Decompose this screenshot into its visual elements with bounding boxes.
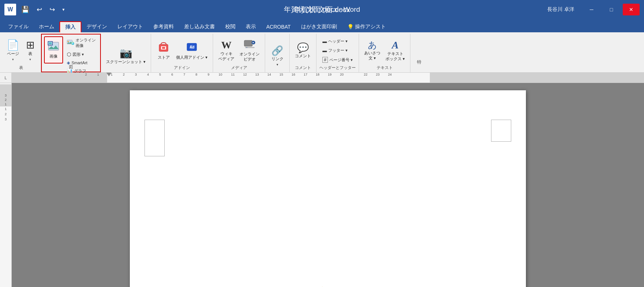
vertical-ruler: 3 2 1 1 2 3	[0, 83, 12, 287]
group-items-links: 🔗 リンク ▾	[268, 34, 286, 70]
ruler-num-22: 22	[364, 73, 367, 76]
tab-review[interactable]: 校閲	[220, 21, 241, 32]
personal-addin-icon: Ad	[186, 41, 197, 54]
svg-rect-4	[49, 42, 52, 44]
page-button[interactable]: 📄 ページ ▾	[4, 37, 22, 64]
ribbon-tabs: ファイル ホーム 挿入 デザイン レイアウト 参考資料 差し込み文書 校閲 表示…	[0, 19, 644, 32]
table-label: 表	[28, 51, 32, 56]
tab-home[interactable]: ホーム	[34, 21, 59, 32]
link-dropdown: ▾	[277, 63, 278, 66]
group-label-addins: アドイン	[154, 64, 210, 72]
store-button[interactable]: ストア	[154, 37, 173, 64]
ruler-num-24: 24	[388, 73, 392, 76]
group-header-footer: ▬ ヘッダー ▾ ▬ フッター ▾ # ページ番号 ▾ ヘッダーとフッター	[316, 34, 359, 72]
redo-button[interactable]: ↪	[47, 4, 57, 15]
online-image-button[interactable]: 🌐 オンライン画像	[65, 36, 98, 50]
page-dropdown: ▾	[12, 58, 14, 61]
wikipedia-button[interactable]: W ウィキペディア	[216, 37, 237, 64]
title-bar-right: 長谷川 卓洋 ─ □ ✕	[547, 4, 640, 15]
shapes-label: 図形 ▾	[73, 52, 84, 57]
store-icon	[158, 41, 169, 54]
shapes-button[interactable]: ⬡ 図形 ▾	[65, 50, 98, 58]
group-screenshot: 📷 スクリーンショット ▾	[101, 34, 151, 72]
document-area[interactable]	[12, 83, 644, 287]
title-bar-left: W 💾 ↩ ↪ ▾	[4, 4, 67, 15]
ruler-num-20: 20	[340, 73, 344, 76]
footer-icon: ▬	[322, 48, 327, 53]
group-pages-table: 📄 ページ ▾ ⊞ 表 ▾ 表	[1, 34, 41, 72]
ruler-num-neg2: 2	[85, 73, 87, 76]
ruler-num-17: 17	[304, 73, 307, 76]
tab-acrobat[interactable]: ACROBAT	[261, 21, 296, 32]
minimize-button[interactable]: ─	[583, 4, 600, 15]
horizontal-ruler: 1 2 3 4 5 6 7 8 9 10 11 12 13 14 15 16 1…	[12, 73, 644, 83]
tab-mailings[interactable]: 差し込み文書	[179, 21, 220, 32]
textbox-button[interactable]: A テキストボックス ▾	[383, 37, 407, 64]
group-items-screenshot: 📷 スクリーンショット ▾	[104, 34, 148, 70]
ruler-v-margin-top: 3 2 1	[0, 84, 11, 106]
tab-assist[interactable]: 💡 操作アシスト	[342, 21, 391, 32]
window-title: 年賀状 文面.docx	[294, 5, 350, 15]
shapes-icon: ⬡	[67, 51, 71, 57]
group-items-media: W ウィキペディア オンラインビデオ	[216, 34, 262, 64]
ruler-v-3: 3	[0, 117, 11, 122]
ruler-num-neg1: 1	[97, 73, 99, 76]
ruler-num-13: 13	[255, 73, 259, 76]
comment-button[interactable]: 💬 コメント	[293, 37, 313, 64]
group-label-special	[413, 70, 424, 72]
restore-button[interactable]: □	[603, 4, 620, 15]
online-image-label: オンライン画像	[76, 37, 96, 48]
greeting-button[interactable]: あ あいさつ文 ▾	[362, 37, 383, 64]
page-number-button[interactable]: # ページ番号 ▾	[320, 56, 355, 64]
group-items-illustrations: 画像 🌐 オンライン画像	[44, 35, 98, 63]
image-button[interactable]: 画像	[44, 36, 63, 63]
group-label-screenshot	[104, 70, 148, 72]
group-comments: 💬 コメント コメント	[290, 34, 316, 72]
customize-qat-button[interactable]: ▾	[60, 6, 67, 14]
ruler-v-1: 1	[0, 106, 11, 112]
save-button[interactable]: 💾	[19, 4, 32, 15]
ruler-corner: L	[0, 73, 12, 83]
tab-layout[interactable]: レイアウト	[112, 21, 148, 32]
group-addins: ストア Ad 個人用アドイン ▾ アドイン	[151, 34, 213, 72]
svg-rect-18	[245, 47, 255, 48]
comment-icon: 💬	[297, 43, 309, 52]
svg-rect-11	[162, 47, 165, 49]
group-label-text: テキスト	[362, 64, 407, 72]
undo-button[interactable]: ↩	[34, 4, 44, 15]
tab-view[interactable]: 表示	[241, 21, 261, 32]
special-button[interactable]: 特	[413, 43, 424, 70]
tab-file[interactable]: ファイル	[3, 21, 34, 32]
personal-addin-button[interactable]: Ad 個人用アドイン ▾	[174, 37, 210, 64]
header-label: ヘッダー ▾	[328, 39, 348, 44]
close-button[interactable]: ✕	[623, 4, 640, 15]
tab-design[interactable]: デザイン	[81, 21, 112, 32]
image-icon	[48, 41, 59, 53]
link-icon: 🔗	[271, 46, 283, 55]
tab-insert[interactable]: 挿入	[59, 21, 81, 32]
group-text: あ あいさつ文 ▾ A テキストボックス ▾ テキスト	[359, 34, 410, 72]
link-button[interactable]: 🔗 リンク ▾	[268, 43, 286, 70]
ruler-container: 1 2 3 4 5 6 7 8 9 10 11 12 13 14 15 16 1…	[12, 73, 644, 83]
table-dropdown: ▾	[29, 58, 31, 61]
group-label-illustrations: 図	[44, 63, 98, 71]
footer-button[interactable]: ▬ フッター ▾	[320, 47, 355, 54]
ruler-num-4: 4	[147, 73, 149, 76]
tab-hagaki[interactable]: はがき文面印刷	[296, 21, 342, 32]
screenshot-icon: 📷	[120, 48, 132, 58]
online-video-button[interactable]: オンラインビデオ	[237, 37, 262, 64]
rooster-middle-svg	[299, 285, 372, 287]
ribbon: 📄 ページ ▾ ⊞ 表 ▾ 表	[0, 32, 644, 73]
link-label: リンク	[271, 57, 283, 61]
online-video-icon	[244, 40, 256, 51]
table-button[interactable]: ⊞ 表 ▾	[22, 37, 38, 64]
header-button[interactable]: ▬ ヘッダー ▾	[320, 37, 355, 45]
group-links: 🔗 リンク ▾	[265, 34, 290, 72]
header-footer-small: ▬ ヘッダー ▾ ▬ フッター ▾ # ページ番号 ▾	[320, 37, 355, 64]
tab-references[interactable]: 参考資料	[148, 21, 179, 32]
svg-rect-15	[244, 40, 252, 46]
ruler-left-margin	[12, 73, 107, 83]
screenshot-button[interactable]: 📷 スクリーンショット ▾	[104, 43, 148, 70]
ruler-num-9: 9	[208, 73, 209, 76]
ruler-num-12: 12	[243, 73, 247, 76]
